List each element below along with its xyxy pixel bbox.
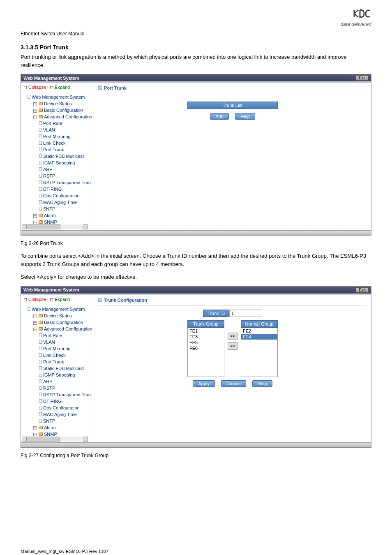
screenshot-port-trunk: Web Management System Exit ◻ Collapse | … <box>21 74 371 236</box>
tree-leaf[interactable]: MAC Aging Time <box>23 199 92 206</box>
tree-leaf[interactable]: ARP <box>23 166 92 173</box>
tree-leaf[interactable]: MAC Aging Time <box>23 411 92 418</box>
tree-leaf[interactable]: RSTP <box>23 385 92 391</box>
tree-node[interactable]: +Alarm <box>23 212 92 219</box>
footer-filename: Manual_web_mgt_sw-ESML6-P3-Rev 1107 <box>21 549 371 554</box>
exit-button[interactable]: Exit <box>356 75 369 81</box>
panel-title: Trunk Configuration <box>104 298 147 303</box>
intro-paragraph: Port trunking or link aggregation is a m… <box>21 53 371 69</box>
tree-leaf[interactable]: DT-RING <box>23 186 92 192</box>
expand-icon: ◻ <box>50 297 53 302</box>
help-button[interactable]: Help <box>252 380 272 387</box>
trunk-id-input[interactable] <box>229 310 262 317</box>
trunk-list-header: Trunk List <box>187 102 278 109</box>
normal-group-listbox[interactable]: FE2FE4 <box>241 328 278 377</box>
screenshot-trunk-config: Web Management System Exit ◻ Collapse | … <box>21 286 371 448</box>
body-paragraph-2: Select <Apply> for changes to be made ef… <box>21 273 371 281</box>
tree-leaf[interactable]: Port Mirroring <box>23 133 92 140</box>
tree-leaf[interactable]: Port Rate <box>23 120 92 127</box>
panel-title: Port Trunk <box>104 86 127 90</box>
trunk-id-label: Trunk ID <box>203 310 229 317</box>
listbox-option[interactable]: FE1 <box>188 328 224 334</box>
tree-node[interactable]: +Basic Configuration <box>23 107 92 113</box>
tree-leaf[interactable]: IGMP Snooping <box>23 160 92 166</box>
sidebar-scrollbar[interactable] <box>22 437 88 442</box>
tree-leaf[interactable]: Qos Configuration <box>23 192 92 199</box>
section-title: 3.1.3.5 Port Trunk <box>21 44 371 51</box>
help-button[interactable]: Help <box>235 113 255 120</box>
tree-leaf[interactable]: Port Rate <box>23 332 92 339</box>
add-button[interactable]: Add <box>210 113 229 120</box>
listbox-option[interactable]: FE2 <box>241 328 277 334</box>
collapse-link[interactable]: Collapse <box>28 297 46 302</box>
sidebar-scrollbar[interactable] <box>22 224 88 229</box>
move-left-button[interactable]: << <box>228 333 238 340</box>
tree-leaf[interactable]: IGMP Snooping <box>23 372 92 378</box>
tree-leaf[interactable]: VLAN <box>23 339 92 345</box>
tree-leaf[interactable]: SNTP <box>23 418 92 424</box>
tree-leaf[interactable]: Static FDB Multicast <box>23 365 92 372</box>
tree-root[interactable]: Web Management System <box>23 94 92 100</box>
listbox-option[interactable]: FE3 <box>188 334 224 340</box>
move-right-button[interactable]: >> <box>228 342 238 350</box>
listbox-option[interactable]: FE5 <box>188 340 224 345</box>
figure-caption-27: Fig 3-27 Configuring a Port Trunk Group <box>21 453 371 458</box>
tree-node[interactable]: +Alarm <box>23 424 92 431</box>
brand-tagline: data delivered <box>341 21 371 27</box>
tree-leaf[interactable]: Link Check <box>23 352 92 358</box>
listbox-option[interactable]: FE4 <box>241 334 277 340</box>
exit-button[interactable]: Exit <box>356 287 369 293</box>
collapse-icon: ◻ <box>23 85 27 90</box>
collapse-icon: ◻ <box>23 297 27 302</box>
tree-leaf[interactable]: DT-RING <box>23 398 92 405</box>
tree-node[interactable]: +SNMP <box>23 431 92 436</box>
collapse-link[interactable]: Collapse <box>28 85 46 90</box>
tree-leaf[interactable]: Port Trunk <box>23 358 92 365</box>
tree-leaf[interactable]: Qos Configuration <box>23 405 92 411</box>
tree-leaf[interactable]: Link Check <box>23 140 92 146</box>
expand-link[interactable]: Expand <box>55 297 70 302</box>
tree-leaf[interactable]: RSTP Transparent Tran <box>23 179 92 186</box>
tree-node[interactable]: +Device Status <box>23 100 92 107</box>
window-title: Web Management System <box>23 76 79 81</box>
trunk-group-header: Trunk Group <box>187 320 224 328</box>
tree-leaf[interactable]: RSTP Transparent Tran <box>23 391 92 398</box>
panel-icon <box>98 298 102 302</box>
tree-leaf[interactable]: ARP <box>23 378 92 385</box>
cancel-button[interactable]: Cancel <box>221 380 246 387</box>
expand-icon: ◻ <box>50 85 53 90</box>
tree-leaf[interactable]: VLAN <box>23 127 92 133</box>
listbox-option[interactable]: FE6 <box>188 345 224 351</box>
normal-group-header: Normal Group <box>241 320 278 328</box>
tree-leaf[interactable]: Port Mirroring <box>23 345 92 352</box>
doc-header: Ethernet Switch User Manual <box>21 31 371 37</box>
window-title: Web Management System <box>23 287 79 292</box>
apply-button[interactable]: Apply <box>193 380 215 387</box>
tree-root[interactable]: Web Management System <box>23 306 92 312</box>
tree-leaf[interactable]: Static FDB Multicast <box>23 153 92 160</box>
brand-logo: data delivered <box>341 8 371 27</box>
tree-node[interactable]: +Device Status <box>23 312 92 319</box>
trunk-group-listbox[interactable]: FE1FE3FE5FE6 <box>187 328 224 377</box>
tree-node[interactable]: -Advanced Configuration <box>23 326 92 332</box>
tree-leaf[interactable]: SNTP <box>23 206 92 212</box>
tree-leaf[interactable]: RSTP <box>23 173 92 179</box>
tree-node[interactable]: +Basic Configuration <box>23 319 92 326</box>
panel-icon <box>98 86 102 90</box>
figure-caption-26: Fig 3-26 Port Trunk <box>21 240 371 246</box>
tree-node[interactable]: +SNMP <box>23 219 92 224</box>
expand-link[interactable]: Expand <box>55 85 70 90</box>
tree-node[interactable]: -Advanced Configuration <box>23 113 92 120</box>
tree-leaf[interactable]: Port Trunk <box>23 146 92 153</box>
body-paragraph-1: To combine ports select <Add> in the ini… <box>21 252 371 268</box>
